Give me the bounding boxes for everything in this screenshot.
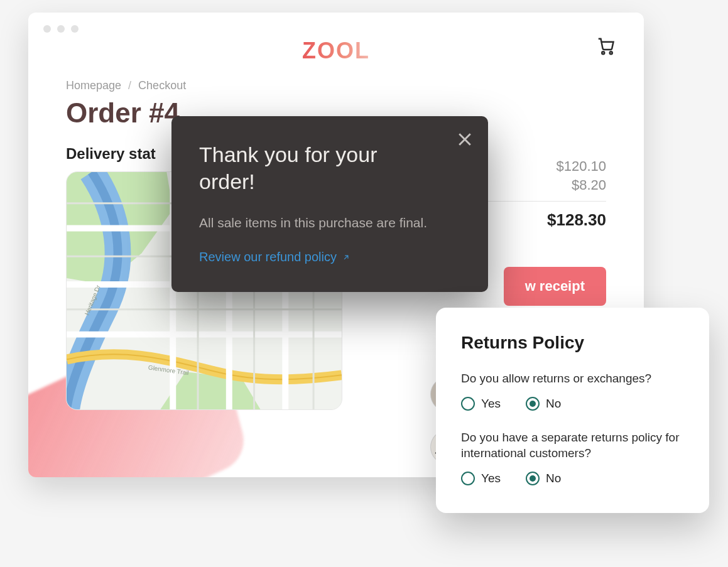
radio-icon xyxy=(526,397,540,411)
returns-q2-options: Yes No xyxy=(461,472,684,485)
thank-you-modal: Thank you for your order! All sale items… xyxy=(171,116,488,292)
radio-icon xyxy=(526,472,540,485)
svg-point-0 xyxy=(602,51,604,54)
close-button[interactable] xyxy=(455,130,474,149)
radio-label: No xyxy=(546,472,561,485)
refund-policy-link[interactable]: Review our refund policy xyxy=(199,250,350,264)
radio-label: Yes xyxy=(481,472,501,485)
breadcrumb-separator: / xyxy=(128,79,131,92)
close-icon xyxy=(455,130,474,149)
breadcrumb-current: Checkout xyxy=(138,79,186,92)
returns-policy-card: Returns Policy Do you allow returns or e… xyxy=(436,308,709,513)
traffic-dot xyxy=(43,25,51,33)
returns-question-2: Do you have a separate returns policy fo… xyxy=(461,429,684,462)
q1-option-no[interactable]: No xyxy=(526,397,561,411)
brand-logo: ZOOL xyxy=(302,38,370,64)
radio-label: No xyxy=(546,397,561,411)
breadcrumb: Homepage / Checkout xyxy=(66,79,606,92)
q1-option-yes[interactable]: Yes xyxy=(461,397,501,411)
returns-policy-title: Returns Policy xyxy=(461,333,684,353)
radio-icon xyxy=(461,397,475,411)
cart-icon xyxy=(596,36,615,55)
returns-question-1: Do you allow returns or exchanges? xyxy=(461,370,684,387)
radio-label: Yes xyxy=(481,397,501,411)
modal-body: All sale items in this purchase are fina… xyxy=(199,213,438,232)
external-link-icon xyxy=(342,253,350,262)
breadcrumb-home[interactable]: Homepage xyxy=(66,79,121,92)
refund-policy-link-text: Review our refund policy xyxy=(199,250,337,264)
traffic-dot xyxy=(71,25,79,33)
radio-icon xyxy=(461,472,475,485)
returns-q1-options: Yes No xyxy=(461,397,684,411)
cart-button[interactable] xyxy=(595,35,616,57)
window-traffic-lights xyxy=(28,13,644,33)
q2-option-no[interactable]: No xyxy=(526,472,561,485)
traffic-dot xyxy=(57,25,65,33)
q2-option-yes[interactable]: Yes xyxy=(461,472,501,485)
modal-title: Thank you for your order! xyxy=(199,141,400,195)
svg-point-1 xyxy=(610,51,612,54)
topbar: ZOOL xyxy=(28,33,644,79)
